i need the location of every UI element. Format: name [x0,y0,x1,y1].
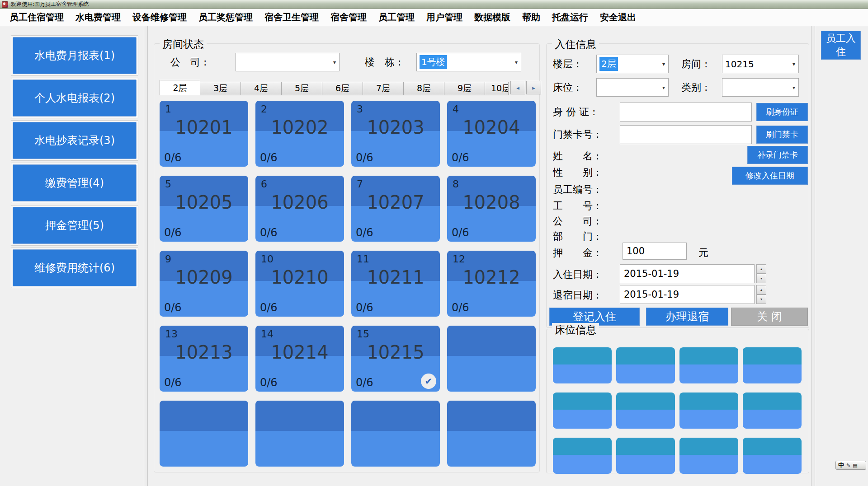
sidebar-button-6[interactable]: 维修费用统计(6) [13,249,137,286]
floor-tab-3层[interactable]: 3层 [200,82,241,95]
room-index: 12 [453,253,465,265]
room-card-10201[interactable]: 1102010/6 [160,101,248,167]
menu-item-7[interactable]: 员工管理 [373,11,420,23]
chevron-down-icon: ▾ [515,59,518,65]
menu-item-4[interactable]: 员工奖惩管理 [193,11,259,23]
menu-item-9[interactable]: 数据模版 [468,11,516,23]
category-combobox[interactable]: ▾ [722,78,799,97]
bed-card-7[interactable] [679,393,738,429]
menu-item-10[interactable]: 帮助 [516,11,546,23]
room-occupancy: 0/6 [452,226,469,239]
deposit-input[interactable] [623,243,687,260]
id-card-input[interactable] [620,103,752,122]
company-combobox[interactable]: ▾ [236,53,340,71]
spin-down-icon[interactable]: ▾ [756,274,766,283]
scan-id-card-button[interactable]: 刷身份证 [756,103,808,121]
room-card-10205[interactable]: 5102050/6 [160,176,248,242]
checkout-date-input[interactable] [620,285,755,304]
sidebar-button-4[interactable]: 缴费管理(4) [13,164,137,201]
room-index: 2 [261,103,267,115]
sidebar-button-1[interactable]: 水电费月报表(1) [13,37,137,74]
room-card-10206[interactable]: 6102060/6 [255,176,344,242]
ime-lang-indicator[interactable]: 中 [838,461,844,469]
sidebar-button-5[interactable]: 押金管理(5) [13,207,137,244]
room-card-10213[interactable]: 13102130/6 [160,326,248,392]
room-combobox[interactable]: 10215 ▾ [722,55,799,73]
room-card-10203[interactable]: 3102030/6 [351,101,440,167]
room-card-10215[interactable]: 15102150/6✔ [351,326,440,392]
checkin-date-input[interactable] [620,264,755,283]
bed-card-2[interactable] [616,347,675,383]
employee-no-label: 员工编号 : [553,180,599,199]
room-card-10210[interactable]: 10102100/6 [255,251,344,317]
menu-item-3[interactable]: 设备维修管理 [127,11,193,23]
close-button[interactable]: 关 闭 [731,308,808,326]
menu-item-6[interactable]: 宿舍管理 [325,11,373,23]
modify-checkin-date-button[interactable]: 修改入住日期 [732,167,808,185]
menu-item-5[interactable]: 宿舍卫生管理 [259,11,325,23]
floor-tab-2层[interactable]: 2层 [160,80,200,95]
sidebar-button-2[interactable]: 个人水电报表(2) [13,79,137,117]
bed-card-4[interactable] [743,347,802,383]
room-card-empty[interactable] [160,401,248,467]
room-card-10202[interactable]: 2102020/6 [255,101,344,167]
left-splitter[interactable] [144,26,148,486]
sidebar-button-3[interactable]: 水电抄表记录(3) [13,122,137,159]
floor-tab-9层[interactable]: 9层 [444,82,485,95]
bed-card-1[interactable] [553,347,612,383]
floor-combobox[interactable]: 2层 ▾ [596,55,669,73]
room-card-empty[interactable] [447,401,536,467]
process-checkout-button[interactable]: 办理退宿 [646,308,728,326]
menu-item-11[interactable]: 托盘运行 [546,11,594,23]
bed-card-5[interactable] [553,393,612,429]
ime-language-bar[interactable]: 中 ✎ ▤ [835,461,866,470]
menu-item-1[interactable]: 员工住宿管理 [4,11,70,23]
door-card-input[interactable] [620,125,752,144]
menu-item-8[interactable]: 用户管理 [420,11,468,23]
room-card-10204[interactable]: 4102040/6 [447,101,536,167]
floor-tab-6层[interactable]: 6层 [322,82,363,95]
room-card-10214[interactable]: 14102140/6 [255,326,344,392]
menu-item-12[interactable]: 安全退出 [594,11,642,23]
building-combobox[interactable]: 1号楼 ▾ [416,53,521,71]
company-label: 公 司 : [170,53,207,71]
floor-tab-10层[interactable]: 10层 [485,82,509,95]
room-card-10209[interactable]: 9102090/6 [160,251,248,317]
room-card-empty[interactable] [351,401,440,467]
floor-tabstrip: 2层3层4层5层6层7层8层9层10层 [160,80,509,95]
ime-pen-icon[interactable]: ✎ [846,463,850,468]
bed-card-11[interactable] [679,438,738,474]
ime-keyboard-icon[interactable]: ▤ [853,463,857,468]
bed-card-9[interactable] [553,438,612,474]
room-card-empty[interactable] [255,401,344,467]
room-status-title: 房间状态 [160,37,207,51]
employee-checkin-button[interactable]: 员工入住 [821,31,861,60]
spin-up-icon[interactable]: ▴ [756,285,766,294]
bed-combobox[interactable]: ▾ [596,78,669,97]
late-door-card-button[interactable]: 补录门禁卡 [747,146,808,164]
bed-card-3[interactable] [679,347,738,383]
floor-tab-8层[interactable]: 8层 [404,82,444,95]
spin-up-icon[interactable]: ▴ [756,264,766,274]
scan-door-card-button[interactable]: 刷门禁卡 [756,126,808,144]
spin-down-icon[interactable]: ▾ [756,294,766,304]
floor-tab-7层[interactable]: 7层 [363,82,404,95]
room-card-10208[interactable]: 8102080/6 [447,176,536,242]
floor-tab-4层[interactable]: 4层 [241,82,282,95]
bed-card-6[interactable] [616,393,675,429]
room-card-empty[interactable] [447,326,536,392]
room-card-10207[interactable]: 7102070/6 [351,176,440,242]
bed-card-8[interactable] [743,393,802,429]
title-bar: 欢迎使用:国万员工宿舍管理系统 [0,0,868,9]
chevron-down-icon: ▾ [793,84,795,91]
bed-card-10[interactable] [616,438,675,474]
menu-item-2[interactable]: 水电费管理 [70,11,127,23]
room-card-10211[interactable]: 11102110/6 [351,251,440,317]
room-number: 10215 [351,342,440,363]
right-splitter[interactable] [811,26,815,486]
room-card-10212[interactable]: 12102120/6 [447,251,536,317]
bed-card-12[interactable] [743,438,802,474]
tab-scroll-right-button[interactable]: ▸ [526,81,541,94]
tab-scroll-left-button[interactable]: ◂ [510,81,525,94]
floor-tab-5层[interactable]: 5层 [282,82,322,95]
